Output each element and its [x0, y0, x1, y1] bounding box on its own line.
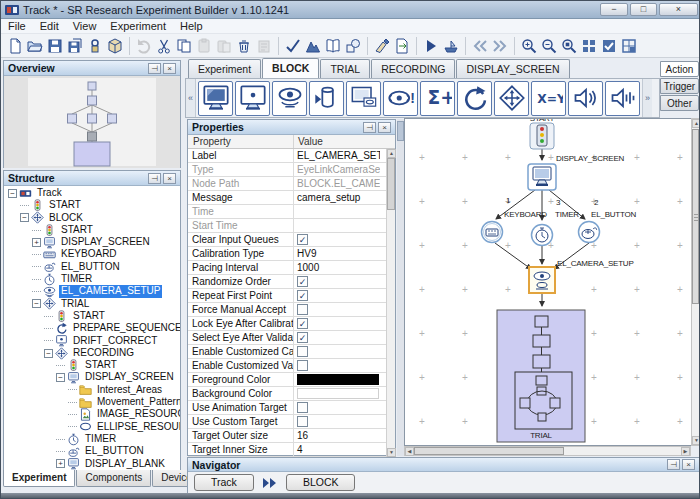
property-row-lock-eye-after-calibration[interactable]: Lock Eye After Calibration✓	[188, 317, 395, 331]
checkbox-unchecked[interactable]	[297, 346, 308, 357]
property-row-foreground-color[interactable]: Foreground Color	[188, 373, 395, 387]
palette-display-screen-button[interactable]	[198, 81, 233, 116]
copy-toolbar-icon[interactable]	[174, 36, 194, 56]
property-row-select-eye-after-validation[interactable]: Select Eye After Validation✓	[188, 331, 395, 345]
panel-splitter[interactable]	[397, 119, 404, 456]
tree-item-interest_areas[interactable]: Interest_Areas	[4, 384, 180, 396]
tab-experiment[interactable]: Experiment	[188, 59, 261, 78]
tree-item-keyboard[interactable]: KEYBOARD	[4, 248, 180, 260]
menu-edit[interactable]: Edit	[33, 20, 66, 32]
color-swatch[interactable]	[297, 388, 379, 399]
collapse-icon[interactable]: −	[44, 349, 53, 358]
palette-tab-trigger[interactable]: Trigger	[660, 78, 699, 94]
minimize-button[interactable]: −	[600, 3, 628, 16]
property-value[interactable]	[294, 303, 380, 316]
property-value[interactable]	[294, 219, 380, 232]
maximize-button[interactable]: □	[630, 3, 657, 16]
checkbox-checked[interactable]: ✓	[297, 276, 308, 287]
property-row-calibration-type[interactable]: Calibration TypeHV9	[188, 247, 395, 261]
property-row-type[interactable]: TypeEyeLinkCameraSetup	[188, 163, 395, 177]
zin-toolbar-icon[interactable]	[519, 36, 539, 56]
navigator-header[interactable]: Navigator ⊣ ×	[188, 458, 699, 472]
node-trial[interactable]: TRIAL	[497, 310, 585, 442]
property-row-enable-customized-calibrati-[interactable]: Enable Customized Calibrati...	[188, 345, 395, 359]
property-value[interactable]	[294, 415, 380, 428]
property-value[interactable]: 1000	[294, 261, 380, 274]
property-value[interactable]	[294, 387, 380, 400]
flow-canvas[interactable]: ++++++++++++++++++++++++++++++++++++++++…	[404, 118, 691, 446]
canvas-vertical-scrollbar[interactable]: ▲ ▼	[691, 118, 700, 446]
collapse-icon[interactable]: −	[56, 373, 65, 382]
property-row-repeat-first-point[interactable]: Repeat First Point✓	[188, 289, 395, 303]
scrollbar-thumb[interactable]	[387, 158, 395, 210]
tree-item-el_camera_setup[interactable]: EL_CAMERA_SETUP	[4, 285, 180, 297]
tree-item-recording[interactable]: −RECORDING	[4, 347, 180, 359]
left-tab-experiment[interactable]: Experiment	[3, 470, 75, 487]
grid3-toolbar-icon[interactable]	[619, 36, 639, 56]
palette-play-sound-button[interactable]	[568, 81, 603, 116]
property-row-pacing-interval[interactable]: Pacing Interval1000	[188, 261, 395, 275]
property-row-randomize-order[interactable]: Randomize Order✓	[188, 275, 395, 289]
tree-item-start[interactable]: START	[4, 359, 180, 371]
tree-item-display_blank[interactable]: +DISPLAY_BLANK	[4, 458, 180, 470]
property-value[interactable]: ✓	[294, 233, 380, 246]
property-row-use-custom-target[interactable]: Use Custom Target	[188, 415, 395, 429]
stats-toolbar-icon[interactable]	[303, 36, 323, 56]
new-toolbar-icon[interactable]	[5, 36, 25, 56]
tree-item-prepare_sequence[interactable]: PREPARE_SEQUENCE	[4, 322, 180, 334]
menu-view[interactable]: View	[66, 20, 104, 32]
overview-header[interactable]: Overview ⊣ ×	[4, 61, 180, 76]
palette-variable-button[interactable]: X=Y	[531, 81, 566, 116]
zfit-toolbar-icon[interactable]	[559, 36, 579, 56]
property-row-start-time[interactable]: Start Time	[188, 219, 395, 233]
left-tab-components[interactable]: Components	[76, 470, 151, 487]
tree-item-track[interactable]: −Track	[4, 187, 180, 199]
property-row-target-inner-size[interactable]: Target Inner Size4	[188, 443, 395, 457]
checkbox-unchecked[interactable]	[297, 360, 308, 371]
scroll-up-icon[interactable]: ▲	[692, 119, 700, 128]
navigator-track-button[interactable]: Track	[194, 474, 254, 491]
splitter-collapse-handle[interactable]	[397, 121, 404, 141]
back-toolbar-icon[interactable]	[470, 36, 490, 56]
export-toolbar-icon[interactable]	[392, 36, 412, 56]
check-toolbar-icon[interactable]	[283, 36, 303, 56]
property-row-target-outer-size[interactable]: Target Outer size16	[188, 429, 395, 443]
property-value[interactable]	[294, 345, 380, 358]
palette-send-command-button[interactable]	[346, 81, 381, 116]
property-value[interactable]: 16	[294, 429, 380, 442]
close-icon[interactable]: ×	[682, 459, 695, 470]
close-icon[interactable]: ×	[163, 173, 176, 184]
property-value[interactable]: 4	[294, 443, 380, 456]
property-value[interactable]: EL_CAMERA_SETUP	[294, 149, 380, 162]
property-value[interactable]	[294, 359, 380, 372]
checkbox-unchecked[interactable]	[297, 304, 308, 315]
navigator-block-button[interactable]: BLOCK	[286, 474, 356, 491]
node-start[interactable]: START	[530, 119, 555, 149]
palette-update-attribute-button[interactable]: Σ+	[420, 81, 455, 116]
tab-recording[interactable]: RECORDING	[371, 59, 455, 78]
property-value[interactable]: EyeLinkCameraSetup	[294, 163, 380, 176]
close-icon[interactable]: ×	[163, 63, 176, 74]
fwd-toolbar-icon[interactable]	[490, 36, 510, 56]
structure-header[interactable]: Structure ⊣ ×	[4, 171, 180, 186]
palette-scroll-right-icon[interactable]: »	[642, 79, 652, 117]
trash-toolbar-icon[interactable]	[234, 36, 254, 56]
pin-icon[interactable]: ⊣	[363, 122, 376, 133]
book-toolbar-icon[interactable]	[323, 36, 343, 56]
tab-block[interactable]: BLOCK	[262, 58, 319, 78]
tree-item-el_button[interactable]: EL_BUTTON	[4, 261, 180, 273]
palette-add-to-log-button[interactable]	[309, 81, 344, 116]
property-value[interactable]	[294, 373, 380, 386]
scroll-left-icon[interactable]: ◀	[405, 447, 414, 456]
tree-item-trial[interactable]: −TRIAL	[4, 298, 180, 310]
property-row-background-color[interactable]: Background Color	[188, 387, 395, 401]
tree-item-display_screen[interactable]: +DISPLAY_SCREEN	[4, 236, 180, 248]
property-value[interactable]: BLOCK.EL_CAMERA_SETUP	[294, 177, 380, 190]
tree-item-image_resource[interactable]: IMAGE_RESOURCE	[4, 408, 180, 420]
properties-scrollbar[interactable]: ▲ ▼	[386, 149, 395, 457]
scrollbar-thumb[interactable]	[414, 447, 564, 455]
palette-el-message-button[interactable]: !	[383, 81, 418, 116]
scroll-down-icon[interactable]: ▼	[692, 436, 700, 445]
grid2-toolbar-icon[interactable]	[599, 36, 619, 56]
pin-icon[interactable]: ⊣	[667, 459, 680, 470]
